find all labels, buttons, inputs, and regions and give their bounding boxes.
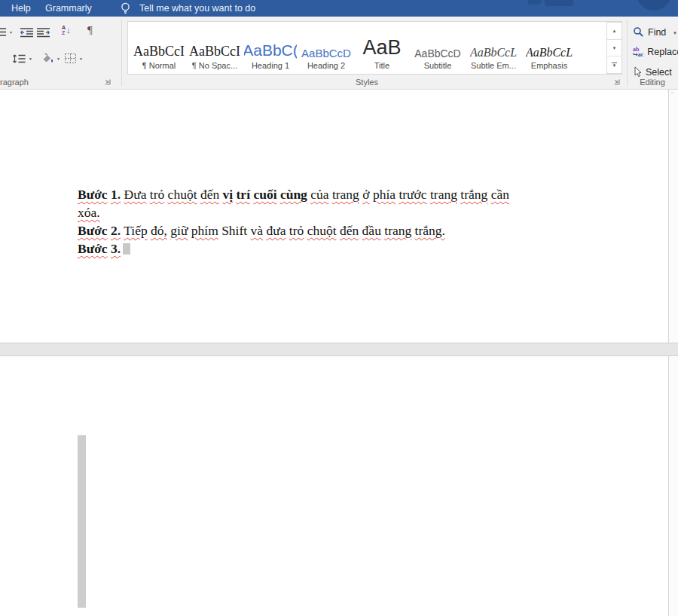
style-emphasis[interactable]: AaBbCcL Emphasis (523, 23, 576, 72)
select-button[interactable]: Select (633, 66, 672, 78)
style-heading-2[interactable]: AaBbCcD Heading 2 (300, 23, 353, 72)
word: trí (237, 187, 250, 202)
increase-indent-button[interactable] (36, 27, 50, 38)
ribbon-tab-bar: Help Grammarly Tell me what you want to … (0, 0, 678, 17)
word: đầu (362, 223, 381, 238)
styles-dialog-launcher[interactable] (612, 78, 622, 87)
style-subtitle[interactable]: AaBbCcD Subtitle (411, 23, 464, 72)
document-line[interactable]: Bước 2. Tiếp đó, giữ phím Shift và đưa t… (78, 221, 509, 239)
style-preview: AaBbCcL (470, 23, 517, 61)
replace-label: Replace (647, 47, 678, 57)
word: trang (384, 223, 411, 238)
word: vị (223, 187, 234, 202)
replace-icon: ab↪ac (633, 47, 643, 57)
style-name: Heading 2 (307, 61, 345, 72)
style-no-spacing[interactable]: AaBbCcI ¶ No Spac... (188, 23, 241, 72)
style-name: ¶ No Spac... (192, 61, 237, 72)
word: Bước (78, 223, 108, 238)
style-heading-1[interactable]: AaBbC( Heading 1 (244, 23, 297, 72)
style-preview: AaB (362, 23, 401, 61)
decrease-indent-button[interactable] (20, 27, 34, 38)
tab-grammarly[interactable]: Grammarly (44, 0, 93, 17)
style-preview: AaBbCcD (301, 23, 351, 61)
gallery-more-button[interactable]: ▼ (607, 56, 622, 73)
lightbulb-icon (120, 2, 131, 15)
word: trỏ (150, 187, 164, 202)
document-page-2[interactable] (0, 356, 669, 616)
word: đến (200, 187, 219, 202)
pilcrow-icon: ¶ (87, 24, 93, 37)
word: chuột (168, 187, 197, 202)
page-gap (0, 343, 678, 356)
word: phím (191, 223, 218, 238)
chevron-down-icon: ▼ (673, 31, 677, 35)
word: Tiếp (124, 223, 147, 238)
word: trắng. (415, 223, 445, 238)
group-separator (121, 20, 122, 86)
gallery-scroll-down-button[interactable]: ▼ (607, 40, 622, 57)
style-name: Subtle Em... (471, 61, 516, 72)
tab-help[interactable]: Help (10, 0, 32, 17)
document-line[interactable]: Bước 1. Đưa trỏ chuột đến vị trí cuối cù… (78, 185, 509, 203)
document-canvas: Bước 1. Đưa trỏ chuột đến vị trí cuối cù… (0, 90, 678, 616)
word: đến (340, 223, 359, 238)
style-title[interactable]: AaB Title (356, 23, 408, 72)
document-line[interactable]: xóa. (78, 203, 509, 221)
word: trắng (460, 187, 487, 202)
word: đưa (266, 223, 286, 238)
style-name: Subtitle (424, 61, 452, 72)
gallery-scroll-up-button[interactable]: ▲ (607, 23, 622, 40)
blank-page-selection-bar[interactable] (78, 435, 86, 608)
search-icon (633, 26, 644, 38)
style-name: ¶ Normal (142, 61, 176, 72)
word: trỏ (289, 223, 304, 238)
word: đó, (151, 223, 167, 238)
show-paragraph-marks-button[interactable]: ¶ (87, 24, 93, 37)
paragraph-dialog-launcher[interactable] (103, 78, 112, 87)
word: cùng (280, 187, 307, 202)
group-separator (627, 20, 628, 86)
word: trang (332, 187, 359, 202)
sort-button[interactable]: AZ ↓ (62, 25, 71, 35)
account-avatar[interactable] (637, 0, 671, 11)
word: Shift (221, 223, 247, 238)
titlebar-artifact (528, 0, 541, 5)
style-preview: AaBbCcI (133, 23, 185, 61)
style-preview: AaBbCcL (526, 23, 573, 61)
replace-button[interactable]: ab↪ac Replace (633, 47, 678, 57)
document-line[interactable]: Bước 3. (78, 239, 509, 258)
chevron-down-icon: ▼ (9, 30, 13, 35)
selected-paragraph-mark (123, 243, 130, 255)
borders-button[interactable]: ▼ (64, 53, 83, 64)
multilevel-list-button[interactable]: ▼ (0, 27, 13, 38)
scrollbar-up-hint[interactable]: ⌃ (670, 91, 675, 98)
word: Bước (78, 241, 108, 256)
titlebar-artifact (545, 0, 573, 6)
word: cần (491, 187, 509, 202)
shading-button[interactable]: ▼ (41, 53, 60, 64)
word: trước (399, 187, 426, 202)
word: 3. (111, 241, 121, 256)
style-subtle-emphasis[interactable]: AaBbCcL Subtle Em... (467, 23, 520, 72)
find-button[interactable]: Find (633, 26, 666, 38)
styles-gallery: AaBbCcI ¶ Normal AaBbCcI ¶ No Spac... Aa… (127, 21, 622, 75)
tell-me-search[interactable]: Tell me what you want to do (139, 0, 255, 17)
word: ở (362, 187, 369, 202)
line-spacing-button[interactable]: ▼ (12, 53, 32, 65)
chevron-down-icon: ▼ (29, 56, 32, 61)
style-name: Heading 1 (252, 61, 289, 72)
word: chuột (307, 223, 337, 238)
word: của (310, 187, 328, 202)
style-preview: AaBbCcD (414, 23, 460, 61)
word: Bước (78, 187, 108, 202)
styles-group-label: Styles (127, 78, 606, 87)
ribbon: ▼ AZ ↓ ¶ ▼ ▼ ▼ ragraph AaBbCcI ¶ Normal (0, 17, 678, 90)
chevron-down-icon: ▼ (79, 56, 83, 61)
style-normal[interactable]: AaBbCcI ¶ Normal (133, 23, 185, 72)
word: cuối (253, 187, 276, 202)
sort-az-icon: AZ ↓ (62, 25, 71, 35)
select-cursor-icon (633, 66, 642, 78)
editing-group-label: Editing (627, 78, 678, 87)
style-name: Title (374, 61, 389, 72)
word: giữ (170, 223, 188, 238)
